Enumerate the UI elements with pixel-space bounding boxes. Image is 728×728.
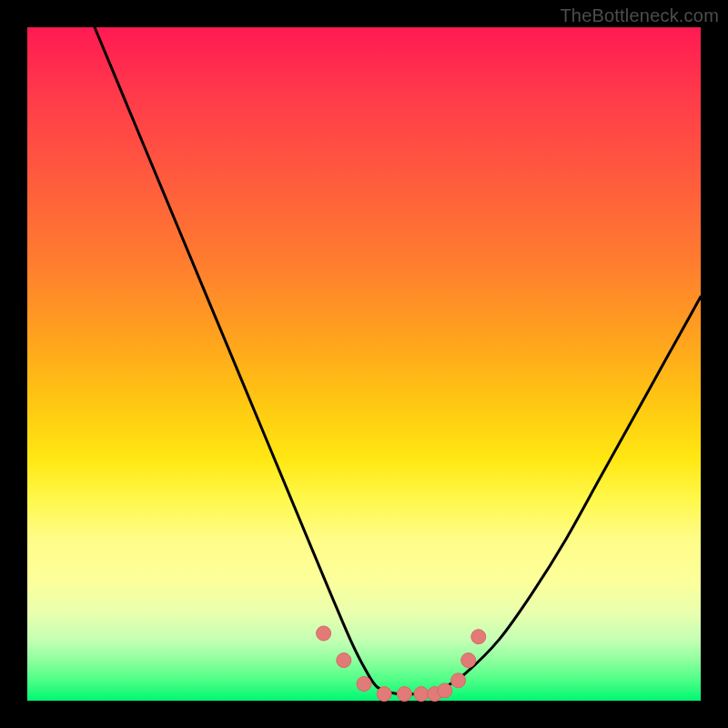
valley-marker [414, 687, 429, 702]
valley-marker [471, 630, 486, 644]
valley-marker [461, 653, 476, 668]
valley-marker [317, 626, 331, 641]
chart-svg [27, 27, 701, 701]
valley-marker [451, 673, 466, 688]
valley-marker [357, 677, 371, 692]
watermark-text: TheBottleneck.com [560, 5, 719, 26]
valley-marker [337, 653, 351, 668]
valley-marker [397, 687, 411, 702]
bottleneck-curve [95, 27, 701, 694]
valley-marker [377, 687, 391, 702]
valley-markers-group [317, 626, 486, 702]
outer-frame: TheBottleneck.com [0, 0, 728, 728]
valley-marker [438, 683, 452, 698]
